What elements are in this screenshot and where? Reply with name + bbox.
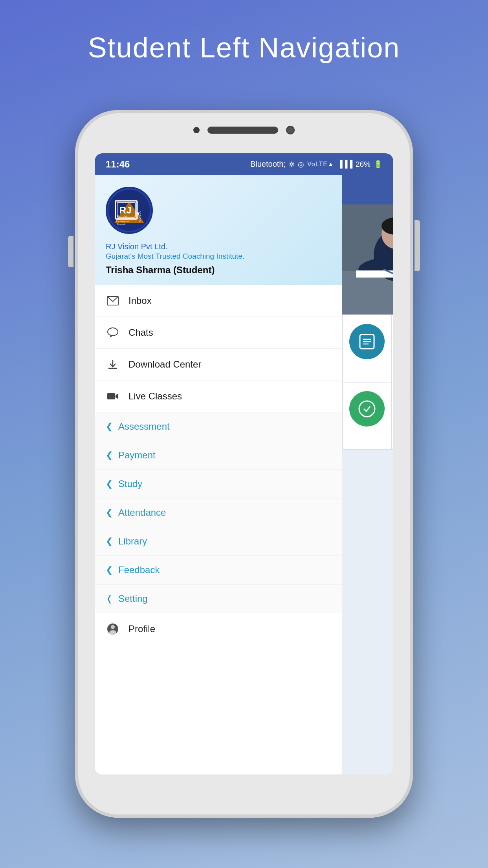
nav-menu: Inbox Chats (95, 285, 342, 774)
status-time: 11:46 (106, 159, 130, 170)
org-name: RJ Vision Pvt Ltd. (106, 241, 331, 252)
hero-image (342, 204, 393, 314)
front-camera-icon (193, 127, 200, 133)
svg-marker-16 (116, 394, 118, 399)
nav-item-download-center[interactable]: Download Center (95, 349, 342, 381)
main-top-bar: 🔔 (342, 175, 393, 204)
library-label: Library (118, 536, 147, 547)
org-logo: RJ Vision Pvt. Ltd. Excellence & Beyond.… (106, 187, 153, 234)
nav-drawer: RJ Vision Pvt. Ltd. Excellence & Beyond.… (95, 175, 342, 774)
person-icon (106, 622, 120, 636)
nav-item-profile[interactable]: Profile (95, 613, 342, 645)
phone-shell: 11:46 Bluetooth; ✲ ◎ VoLTE▲ ▐▐▐ 26% 🔋 (75, 110, 413, 818)
nav-item-inbox[interactable]: Inbox (95, 285, 342, 317)
nav-group-setting[interactable]: ❬ Setting (95, 585, 342, 613)
svg-point-19 (109, 630, 116, 635)
nav-group-payment[interactable]: ❮ Payment (95, 441, 342, 470)
svg-point-35 (359, 401, 375, 417)
signal-icon: VoLTE▲ (307, 161, 334, 168)
grid-item-result[interactable]: Result (392, 383, 393, 449)
screen-content: RJ Vision Pvt. Ltd. Excellence & Beyond.… (95, 175, 393, 774)
nav-group-assessment[interactable]: ❮ Assessment (95, 412, 342, 441)
nav-group-attendance[interactable]: ❮ Attendance (95, 498, 342, 527)
bluetooth-icon: ✲ (289, 160, 295, 169)
svg-point-11 (108, 328, 118, 336)
chevron-down-icon: ❮ (106, 450, 113, 460)
wifi-icon: ◎ (298, 160, 304, 169)
live-classes-label: Live Classes (128, 391, 182, 402)
main-content-area: 🔔 (342, 175, 393, 774)
profile-label: Profile (128, 623, 155, 634)
assessment-label: Assessment (118, 421, 170, 432)
hero-student-image (342, 204, 393, 314)
chevron-down-icon: ❮ (106, 565, 113, 575)
org-tagline: Gujarat's Most Trusted Coaching Institut… (106, 252, 331, 261)
chevron-down-icon: ❮ (106, 479, 113, 489)
svg-text:Beyond...: Beyond... (117, 223, 127, 225)
main-grid: Exam (342, 314, 393, 450)
nav-item-live-classes[interactable]: Live Classes (95, 381, 342, 412)
chevron-down-icon: ❮ (106, 536, 113, 546)
drawer-header: RJ Vision Pvt. Ltd. Excellence & Beyond.… (95, 175, 342, 285)
svg-rect-15 (107, 393, 115, 399)
signal-bars-icon: ▐▐▐ (338, 160, 352, 168)
battery-icon: 🔋 (374, 160, 382, 169)
grid-item-exam[interactable]: Exam (392, 315, 393, 382)
video-icon (106, 389, 120, 403)
status-icons: Bluetooth; ✲ ◎ VoLTE▲ ▐▐▐ 26% 🔋 (250, 160, 382, 169)
grid-item-partial[interactable] (343, 315, 391, 382)
nav-group-study[interactable]: ❮ Study (95, 470, 342, 498)
partial-green-icon-circle (349, 391, 385, 427)
chevron-down-icon: ❮ (106, 508, 113, 518)
chat-icon (106, 326, 120, 340)
selfie-camera-icon (286, 126, 295, 134)
svg-text:Excellence &: Excellence & (116, 220, 129, 223)
phone-screen: 11:46 Bluetooth; ✲ ◎ VoLTE▲ ▐▐▐ 26% 🔋 (95, 153, 393, 774)
grid-item-partial-bottom[interactable] (343, 383, 391, 449)
battery-indicator: 26% (356, 160, 371, 169)
feedback-label: Feedback (118, 565, 160, 576)
chevron-up-icon: ❬ (106, 594, 113, 604)
bluetooth-icon: Bluetooth; (250, 160, 286, 169)
nav-item-chats[interactable]: Chats (95, 317, 342, 349)
study-label: Study (118, 478, 142, 489)
envelope-icon (106, 294, 120, 308)
setting-label: Setting (118, 593, 148, 604)
attendance-label: Attendance (118, 507, 166, 518)
speaker-grille (207, 127, 278, 134)
svg-text:Pvt. Ltd.: Pvt. Ltd. (117, 215, 127, 218)
download-center-label: Download Center (128, 359, 201, 370)
svg-text:RJ: RJ (119, 205, 132, 215)
download-icon (106, 357, 120, 371)
payment-label: Payment (118, 450, 156, 461)
logo-svg: RJ Vision Pvt. Ltd. Excellence & Beyond.… (108, 189, 151, 232)
page-title: Student Left Navigation (0, 0, 488, 87)
chats-label: Chats (128, 327, 153, 338)
user-name: Trisha Sharma (Student) (106, 265, 331, 276)
chevron-down-icon: ❮ (106, 421, 113, 432)
inbox-label: Inbox (128, 295, 152, 306)
partial-icon-circle (349, 324, 385, 359)
nav-group-feedback[interactable]: ❮ Feedback (95, 556, 342, 585)
status-bar: 11:46 Bluetooth; ✲ ◎ VoLTE▲ ▐▐▐ 26% 🔋 (95, 153, 393, 175)
svg-point-18 (111, 625, 115, 629)
phone-top-area (126, 126, 362, 134)
nav-group-library[interactable]: ❮ Library (95, 527, 342, 556)
